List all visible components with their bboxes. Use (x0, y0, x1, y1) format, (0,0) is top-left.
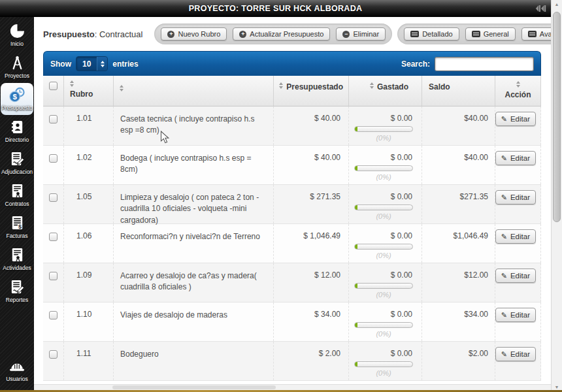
row-checkbox[interactable] (49, 311, 58, 319)
editar-button[interactable]: ✎Editar (495, 269, 536, 283)
presupuestado-header[interactable]: Presupuestado (274, 76, 349, 106)
gastado-cell: $ 0.00 (0%) (349, 263, 422, 302)
saldo-cell: $271.35 (422, 185, 495, 223)
vertical-scrollbar-thumb[interactable] (553, 12, 561, 222)
horizontal-scrollbar[interactable] (34, 384, 551, 390)
table-row: 1.10 Viajes de desalojo de maderas $ 34.… (43, 302, 541, 342)
descripcion-cell: Bodeguero (114, 342, 274, 380)
presupuestado-cell: $ 40.00 (274, 106, 349, 145)
rubro-cell: 1.11 (64, 342, 114, 380)
vertical-scrollbar[interactable]: ▲ ▼ (551, 0, 562, 392)
column-label: Presupuestado (286, 82, 343, 91)
editar-button[interactable]: ✎Editar (495, 190, 536, 204)
pencil-icon: ✎ (501, 155, 507, 162)
nuevo-rubro-button[interactable]: + Nuevo Rubro (161, 27, 227, 41)
document-seal-icon (9, 247, 25, 263)
collapse-left-icon[interactable] (535, 5, 546, 12)
search-label: Search: (401, 59, 430, 69)
row-checkbox[interactable] (49, 272, 58, 280)
page-title-value: Contractual (99, 29, 142, 39)
gastado-header[interactable]: Gastado (349, 76, 422, 106)
sidebar-item-presupuesto[interactable]: $ Presupuesto (1, 83, 33, 115)
descripcion-header[interactable] (114, 76, 274, 106)
svg-text:$: $ (12, 93, 17, 101)
horizontal-scrollbar-thumb[interactable] (112, 385, 276, 389)
progress-percent: (0%) (354, 133, 413, 142)
scroll-up-icon[interactable]: ▲ (552, 1, 562, 8)
progress-bar (354, 126, 413, 132)
document-pencil-icon (9, 151, 25, 167)
sidebar-item-reportes[interactable]: Reportes (0, 275, 34, 307)
row-checkbox[interactable] (49, 154, 58, 163)
row-checkbox[interactable] (49, 350, 58, 359)
gastado-amount: $ 0.00 (354, 310, 412, 319)
project-title: PROYECTO: TORRE SUR HCK ALBORADA (189, 4, 363, 13)
pencil-icon: ✎ (501, 272, 507, 280)
table-row: 1.11 Bodeguero $ 2.00 $ 0.00 (0%) $2.00 … (43, 342, 541, 381)
table-body: 1.01 Caseta tecnica ( incluye contrapiso… (43, 106, 541, 381)
sidebar-item-label: Contratos (5, 201, 29, 207)
general-button[interactable]: General (465, 27, 516, 41)
progress-fill (355, 244, 357, 249)
rubro-cell: 1.05 (64, 185, 114, 223)
progress-bar (354, 322, 413, 328)
list-icon (472, 31, 480, 37)
gastado-amount: $ 0.00 (354, 231, 412, 240)
page-size-value: 10 (76, 57, 97, 71)
gastado-cell: $ 0.00 (0%) (349, 224, 422, 263)
rubro-cell: 1.06 (64, 224, 114, 263)
progress-percent: (0%) (354, 329, 413, 338)
saldo-cell: $40.00 (422, 106, 495, 145)
editar-button[interactable]: ✎Editar (495, 347, 536, 361)
editar-button[interactable]: ✎Editar (495, 229, 536, 244)
list-icon (410, 31, 419, 37)
row-checkbox[interactable] (49, 193, 58, 202)
presupuestado-cell: $ 2.00 (274, 342, 349, 380)
svg-text:$: $ (18, 223, 22, 230)
sidebar-item-label: Adjudicacion (1, 169, 33, 175)
sidebar-item-label: Inicio (10, 41, 24, 47)
rubro-cell: 1.01 (64, 106, 114, 145)
editar-button[interactable]: ✎Editar (495, 112, 536, 126)
table-row: 1.01 Caseta tecnica ( incluye contrapiso… (43, 106, 541, 146)
descripcion-cell: Bodega ( incluye contrapiso h.s esp = 8c… (114, 146, 274, 184)
sidebar-item-actividades[interactable]: Actividades (0, 243, 34, 275)
rubro-cell: 1.10 (64, 302, 114, 341)
button-label: Editar (510, 193, 530, 201)
saldo-header[interactable]: Saldo (422, 76, 495, 106)
presupuestado-cell: $ 40.00 (274, 146, 349, 184)
sidebar-item-contratos[interactable]: Contratos (0, 179, 34, 211)
row-checkbox[interactable] (49, 115, 58, 123)
page-size-select[interactable]: 10 (76, 56, 108, 71)
editar-button[interactable]: ✎Editar (495, 308, 536, 322)
accion-header[interactable]: Acción (495, 76, 541, 106)
sidebar-item-directorio[interactable]: Directorio (0, 115, 34, 147)
sidebar-item-usuarios[interactable]: Usuarios (0, 355, 34, 387)
saldo-cell: $40.00 (422, 146, 495, 184)
page-header: Presupuesto: Contractual + Nuevo Rubro +… (34, 17, 551, 51)
presupuestado-cell: $ 1,046.49 (274, 224, 349, 263)
sort-icon (120, 85, 124, 91)
document-pencil-icon (9, 279, 25, 295)
spinner-arrows-icon (97, 57, 107, 71)
sort-icon (70, 80, 108, 87)
search-input[interactable] (435, 57, 534, 71)
select-all-checkbox[interactable] (49, 82, 58, 90)
progress-fill (355, 362, 357, 367)
detallado-button[interactable]: Detallado (404, 27, 459, 41)
pencil-icon: ✎ (501, 312, 507, 319)
sidebar-item-inicio[interactable]: Inicio (0, 19, 34, 51)
editar-button[interactable]: ✎Editar (495, 151, 536, 165)
column-label: Gastado (377, 82, 408, 91)
gastado-cell: $ 0.00 (0%) (349, 185, 422, 223)
eliminar-button[interactable]: − Eliminar (336, 27, 386, 41)
actualizar-presupuesto-button[interactable]: + Actualizar Presupuesto (233, 27, 330, 41)
sidebar-item-facturas[interactable]: $ Facturas (0, 211, 34, 243)
sidebar-item-adjudicacion[interactable]: Adjudicacion (0, 147, 34, 179)
saldo-cell: $12.00 (422, 263, 495, 302)
row-checkbox[interactable] (49, 233, 58, 241)
rubro-header[interactable]: Rubro (64, 76, 114, 106)
presupuestado-cell: $ 12.00 (274, 263, 349, 302)
gastado-amount: $ 0.00 (354, 270, 412, 280)
sidebar-item-proyectos[interactable]: Proyectos (0, 51, 34, 83)
